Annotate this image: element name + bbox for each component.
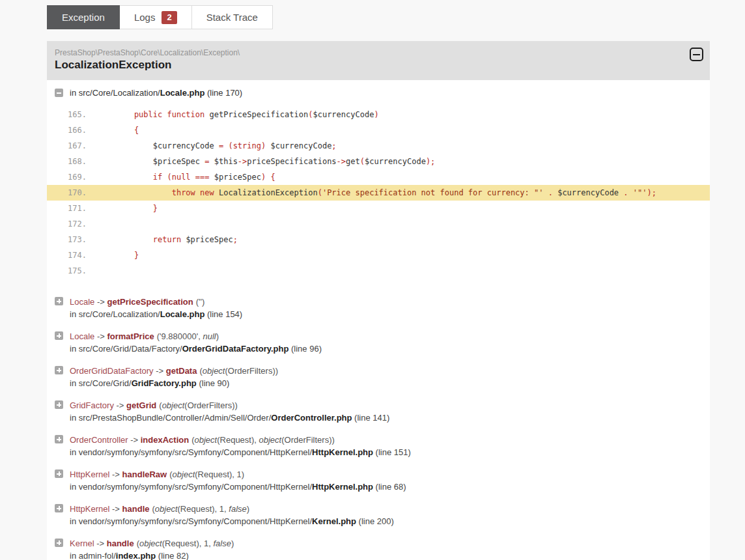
trace-entry-text: Kernel -> handle(object(Request), 1, fal… [70, 537, 234, 560]
tab-logs[interactable]: Logs2 [120, 5, 192, 29]
trace-call: Locale -> formatPrice('9.880000', null) [70, 330, 322, 343]
trace-method-name: getGrid [126, 400, 156, 410]
trace-entry: OrderGridDataFactory -> getData(object(O… [55, 365, 710, 389]
trace-file-path: in src/Core/Grid/GridFactory.php (line 9… [70, 377, 278, 389]
trace-call: OrderController -> indexAction(object(Re… [70, 434, 411, 446]
line-number: 170. [64, 185, 87, 201]
trace-method-name: indexAction [141, 435, 189, 445]
code-text: { [115, 122, 139, 138]
code-line: 169. if (null === $priceSpec) { [47, 169, 710, 185]
code-text: $priceSpec = $this->priceSpecifications-… [115, 154, 435, 169]
trace-class-name: Locale [70, 331, 94, 341]
trace-call: OrderGridDataFactory -> getData(object(O… [70, 365, 278, 377]
line-number: 165. [64, 107, 87, 122]
trace-class-name: OrderController [70, 435, 128, 445]
line-number: 171. [64, 201, 87, 216]
trace-arguments: (object(Request), 1) [169, 469, 244, 479]
trace-entry: HttpKernel -> handleRaw(object(Request),… [55, 468, 710, 493]
exception-class-name: LocalizationException [55, 58, 702, 72]
trace-class-name: Kernel [70, 539, 94, 548]
code-text: } [115, 201, 158, 216]
trace-arguments: (object(OrderFilters)) [159, 400, 238, 410]
trace-arguments: ('9.880000', null) [157, 331, 219, 341]
arrow-icon: -> [128, 435, 141, 445]
trace-file-path: in src/Core/Localization/Locale.php (lin… [70, 308, 242, 320]
expand-trace-toggle-icon[interactable] [55, 504, 63, 512]
trace-method-name: handle [107, 539, 134, 548]
trace-call: Kernel -> handle(object(Request), 1, fal… [70, 537, 234, 550]
trace-entry-text: GridFactory -> getGrid(object(OrderFilte… [70, 399, 389, 424]
tab-exception[interactable]: Exception [47, 5, 120, 29]
expand-trace-toggle-icon[interactable] [55, 469, 63, 478]
trace-entry: HttpKernel -> handle(object(Request), 1,… [55, 503, 710, 527]
trace-call: HttpKernel -> handle(object(Request), 1,… [70, 503, 394, 515]
trace-method-name: handleRaw [122, 469, 167, 479]
line-number: 169. [64, 169, 87, 185]
trace-file-path: in src/Core/Grid/Data/Factory/OrderGridD… [70, 343, 322, 355]
collapse-exception-button[interactable] [690, 48, 703, 61]
expand-trace-toggle-icon[interactable] [55, 366, 63, 374]
tab-bar: ExceptionLogs2Stack Trace [47, 5, 710, 29]
code-line: 165. public function getPriceSpecificati… [47, 107, 710, 122]
trace-file-path: in admin-fol/index.php (line 82) [70, 550, 234, 560]
trace-entry: Locale -> formatPrice('9.880000', null)i… [55, 330, 710, 355]
code-line: 175. [47, 263, 710, 279]
trace-call: Locale -> getPriceSpecification('') [70, 296, 242, 308]
arrow-icon: -> [154, 366, 166, 376]
trace-entry-text: HttpKernel -> handle(object(Request), 1,… [70, 503, 394, 527]
trace-entry-text: Locale -> formatPrice('9.880000', null)i… [70, 330, 322, 355]
exception-header: PrestaShop\PrestaShop\Core\Localization\… [47, 41, 710, 80]
stack-trace-list: Locale -> getPriceSpecification('')in sr… [47, 296, 710, 560]
expand-trace-toggle-icon[interactable] [55, 435, 63, 443]
trace-entry-text: Locale -> getPriceSpecification('')in sr… [70, 296, 242, 320]
line-number: 168. [64, 154, 87, 169]
arrow-icon: -> [109, 504, 122, 514]
tab-label: Stack Trace [206, 12, 258, 23]
line-number: 175. [64, 263, 87, 279]
expand-trace-toggle-icon[interactable] [55, 400, 63, 409]
code-line-highlighted: 170. throw new LocalizationException('Pr… [47, 185, 710, 201]
arrow-icon: -> [109, 469, 122, 479]
trace-entry-text: OrderGridDataFactory -> getData(object(O… [70, 365, 278, 389]
code-line: 167. $currencyCode = (string) $currencyC… [47, 138, 710, 154]
trace-file-path: in vendor/symfony/symfony/src/Symfony/Co… [70, 515, 394, 527]
line-number: 174. [64, 247, 87, 263]
code-line: 166. { [47, 122, 710, 138]
trace-entry-text: OrderController -> indexAction(object(Re… [70, 434, 411, 458]
code-line: 173. return $priceSpec; [47, 232, 710, 247]
tab-stack-trace[interactable]: Stack Trace [192, 5, 273, 29]
trace-entry: Kernel -> handle(object(Request), 1, fal… [55, 537, 710, 560]
trace-entry: GridFactory -> getGrid(object(OrderFilte… [55, 399, 710, 424]
trace-arguments: (object(OrderFilters)) [199, 366, 278, 376]
trace-class-name: HttpKernel [70, 504, 109, 514]
line-number: 166. [64, 122, 87, 138]
expand-trace-toggle-icon[interactable] [55, 297, 63, 305]
exception-page: ExceptionLogs2Stack Trace PrestaShop\Pre… [47, 0, 710, 560]
expand-trace-toggle-icon[interactable] [55, 331, 63, 340]
arrow-icon: -> [94, 297, 107, 307]
trace-class-name: GridFactory [70, 400, 114, 410]
line-number: 172. [64, 216, 87, 232]
code-text: } [115, 247, 139, 263]
trace-call: HttpKernel -> handleRaw(object(Request),… [70, 468, 406, 481]
trace-method-name: handle [122, 504, 150, 514]
trace-class-name: OrderGridDataFactory [70, 366, 154, 376]
arrow-icon: -> [94, 331, 107, 341]
line-number: 167. [64, 138, 87, 154]
exception-body: in src/Core/Localization/Locale.php (lin… [47, 80, 710, 560]
trace-entry: Locale -> getPriceSpecification('')in sr… [55, 296, 710, 320]
tab-label: Logs [134, 12, 156, 23]
code-text: if (null === $priceSpec) { [115, 169, 275, 185]
tab-label: Exception [62, 12, 105, 23]
collapse-code-toggle-icon[interactable] [55, 89, 63, 97]
expand-trace-toggle-icon[interactable] [55, 539, 63, 547]
trace-entry-text: HttpKernel -> handleRaw(object(Request),… [70, 468, 406, 493]
trace-method-name: getPriceSpecification [107, 297, 193, 307]
code-excerpt: 165. public function getPriceSpecificati… [47, 107, 710, 279]
trace-entry: OrderController -> indexAction(object(Re… [55, 434, 710, 458]
code-line: 172. [47, 216, 710, 232]
exception-panel: PrestaShop\PrestaShop\Core\Localization\… [47, 41, 710, 560]
code-line: 174. } [47, 247, 710, 263]
trace-method-name: getData [166, 366, 197, 376]
trace-class-name: HttpKernel [70, 469, 109, 479]
